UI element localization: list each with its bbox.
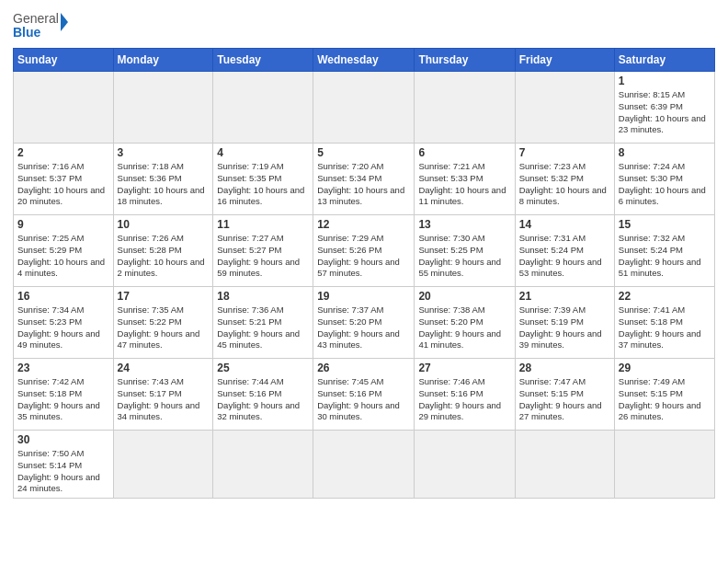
day-info: Sunrise: 7:37 AM Sunset: 5:20 PM Dayligh… xyxy=(317,304,410,351)
day-info: Sunrise: 7:36 AM Sunset: 5:21 PM Dayligh… xyxy=(217,304,309,351)
day-number: 4 xyxy=(217,146,309,159)
day-info: Sunrise: 7:23 AM Sunset: 5:32 PM Dayligh… xyxy=(519,161,610,208)
day-cell: 24Sunrise: 7:43 AM Sunset: 5:17 PM Dayli… xyxy=(113,359,213,431)
day-number: 12 xyxy=(317,218,410,231)
day-number: 7 xyxy=(519,146,610,159)
week-row-4: 23Sunrise: 7:42 AM Sunset: 5:18 PM Dayli… xyxy=(14,359,715,431)
col-header-thursday: Thursday xyxy=(415,49,515,72)
day-info: Sunrise: 7:25 AM Sunset: 5:29 PM Dayligh… xyxy=(17,233,109,280)
day-info: Sunrise: 7:20 AM Sunset: 5:34 PM Dayligh… xyxy=(317,161,410,208)
day-number: 13 xyxy=(418,218,510,231)
svg-text:Blue: Blue xyxy=(13,25,41,40)
day-info: Sunrise: 7:30 AM Sunset: 5:25 PM Dayligh… xyxy=(418,233,510,280)
day-cell: 3Sunrise: 7:18 AM Sunset: 5:36 PM Daylig… xyxy=(113,144,213,215)
day-number: 25 xyxy=(217,362,309,374)
day-cell: 5Sunrise: 7:20 AM Sunset: 5:34 PM Daylig… xyxy=(313,144,415,215)
day-number: 10 xyxy=(118,218,210,231)
day-cell xyxy=(515,431,614,499)
day-info: Sunrise: 7:18 AM Sunset: 5:36 PM Dayligh… xyxy=(118,161,210,208)
day-info: Sunrise: 7:49 AM Sunset: 5:15 PM Dayligh… xyxy=(619,376,711,423)
week-row-0: 1Sunrise: 8:15 AM Sunset: 6:39 PM Daylig… xyxy=(14,72,715,144)
day-number: 23 xyxy=(17,362,109,374)
day-cell: 11Sunrise: 7:27 AM Sunset: 5:27 PM Dayli… xyxy=(213,215,313,287)
day-cell: 15Sunrise: 7:32 AM Sunset: 5:24 PM Dayli… xyxy=(614,215,714,287)
day-info: Sunrise: 7:41 AM Sunset: 5:18 PM Dayligh… xyxy=(619,304,711,351)
day-cell: 29Sunrise: 7:49 AM Sunset: 5:15 PM Dayli… xyxy=(614,359,714,431)
day-cell xyxy=(415,72,515,144)
day-number: 11 xyxy=(217,218,309,231)
day-cell: 13Sunrise: 7:30 AM Sunset: 5:25 PM Dayli… xyxy=(415,215,515,287)
svg-text:General: General xyxy=(13,11,59,26)
day-cell: 19Sunrise: 7:37 AM Sunset: 5:20 PM Dayli… xyxy=(313,287,415,359)
day-number: 29 xyxy=(619,362,711,374)
day-number: 28 xyxy=(519,362,610,374)
day-number: 27 xyxy=(418,362,510,374)
day-info: Sunrise: 7:34 AM Sunset: 5:23 PM Dayligh… xyxy=(17,304,109,351)
day-cell: 20Sunrise: 7:38 AM Sunset: 5:20 PM Dayli… xyxy=(415,287,515,359)
day-info: Sunrise: 8:15 AM Sunset: 6:39 PM Dayligh… xyxy=(619,89,711,136)
day-number: 1 xyxy=(619,75,711,87)
calendar: SundayMondayTuesdayWednesdayThursdayFrid… xyxy=(13,48,715,499)
day-number: 26 xyxy=(317,362,410,374)
day-cell: 25Sunrise: 7:44 AM Sunset: 5:16 PM Dayli… xyxy=(213,359,313,431)
day-cell: 23Sunrise: 7:42 AM Sunset: 5:18 PM Dayli… xyxy=(14,359,114,431)
day-cell: 30Sunrise: 7:50 AM Sunset: 5:14 PM Dayli… xyxy=(14,431,114,499)
day-number: 15 xyxy=(619,218,711,231)
day-number: 19 xyxy=(317,290,410,303)
col-header-wednesday: Wednesday xyxy=(313,49,415,72)
header-row: SundayMondayTuesdayWednesdayThursdayFrid… xyxy=(14,49,715,72)
day-number: 24 xyxy=(118,362,210,374)
svg-marker-2 xyxy=(61,13,68,31)
day-number: 5 xyxy=(317,146,410,159)
day-cell xyxy=(213,72,313,144)
day-info: Sunrise: 7:47 AM Sunset: 5:15 PM Dayligh… xyxy=(519,376,610,423)
day-number: 30 xyxy=(17,433,109,446)
day-cell: 7Sunrise: 7:23 AM Sunset: 5:32 PM Daylig… xyxy=(515,144,614,215)
day-info: Sunrise: 7:27 AM Sunset: 5:27 PM Dayligh… xyxy=(217,233,309,280)
logo: General Blue xyxy=(13,9,68,42)
day-info: Sunrise: 7:31 AM Sunset: 5:24 PM Dayligh… xyxy=(519,233,610,280)
day-cell xyxy=(113,72,213,144)
day-info: Sunrise: 7:32 AM Sunset: 5:24 PM Dayligh… xyxy=(619,233,711,280)
day-number: 21 xyxy=(519,290,610,303)
day-number: 6 xyxy=(418,146,510,159)
day-cell: 18Sunrise: 7:36 AM Sunset: 5:21 PM Dayli… xyxy=(213,287,313,359)
day-cell: 4Sunrise: 7:19 AM Sunset: 5:35 PM Daylig… xyxy=(213,144,313,215)
day-cell xyxy=(14,72,114,144)
day-number: 2 xyxy=(17,146,109,159)
day-info: Sunrise: 7:44 AM Sunset: 5:16 PM Dayligh… xyxy=(217,376,309,423)
day-cell: 27Sunrise: 7:46 AM Sunset: 5:16 PM Dayli… xyxy=(415,359,515,431)
day-cell: 12Sunrise: 7:29 AM Sunset: 5:26 PM Dayli… xyxy=(313,215,415,287)
day-cell xyxy=(313,72,415,144)
day-cell: 17Sunrise: 7:35 AM Sunset: 5:22 PM Dayli… xyxy=(113,287,213,359)
day-cell: 26Sunrise: 7:45 AM Sunset: 5:16 PM Dayli… xyxy=(313,359,415,431)
day-info: Sunrise: 7:21 AM Sunset: 5:33 PM Dayligh… xyxy=(418,161,510,208)
day-cell xyxy=(515,72,614,144)
day-cell: 28Sunrise: 7:47 AM Sunset: 5:15 PM Dayli… xyxy=(515,359,614,431)
day-cell xyxy=(614,431,714,499)
day-number: 22 xyxy=(619,290,711,303)
week-row-5: 30Sunrise: 7:50 AM Sunset: 5:14 PM Dayli… xyxy=(14,431,715,499)
day-info: Sunrise: 7:19 AM Sunset: 5:35 PM Dayligh… xyxy=(217,161,309,208)
week-row-2: 9Sunrise: 7:25 AM Sunset: 5:29 PM Daylig… xyxy=(14,215,715,287)
day-cell: 21Sunrise: 7:39 AM Sunset: 5:19 PM Dayli… xyxy=(515,287,614,359)
col-header-sunday: Sunday xyxy=(14,49,114,72)
day-info: Sunrise: 7:24 AM Sunset: 5:30 PM Dayligh… xyxy=(619,161,711,208)
col-header-friday: Friday xyxy=(515,49,614,72)
day-number: 17 xyxy=(118,290,210,303)
day-info: Sunrise: 7:42 AM Sunset: 5:18 PM Dayligh… xyxy=(17,376,109,423)
day-info: Sunrise: 7:38 AM Sunset: 5:20 PM Dayligh… xyxy=(418,304,510,351)
day-info: Sunrise: 7:16 AM Sunset: 5:37 PM Dayligh… xyxy=(17,161,109,208)
day-number: 14 xyxy=(519,218,610,231)
col-header-monday: Monday xyxy=(113,49,213,72)
day-number: 20 xyxy=(418,290,510,303)
week-row-3: 16Sunrise: 7:34 AM Sunset: 5:23 PM Dayli… xyxy=(14,287,715,359)
day-number: 9 xyxy=(17,218,109,231)
col-header-tuesday: Tuesday xyxy=(213,49,313,72)
day-cell: 14Sunrise: 7:31 AM Sunset: 5:24 PM Dayli… xyxy=(515,215,614,287)
day-cell xyxy=(213,431,313,499)
day-info: Sunrise: 7:46 AM Sunset: 5:16 PM Dayligh… xyxy=(418,376,510,423)
day-info: Sunrise: 7:35 AM Sunset: 5:22 PM Dayligh… xyxy=(118,304,210,351)
day-info: Sunrise: 7:50 AM Sunset: 5:14 PM Dayligh… xyxy=(17,448,109,495)
week-row-1: 2Sunrise: 7:16 AM Sunset: 5:37 PM Daylig… xyxy=(14,144,715,215)
